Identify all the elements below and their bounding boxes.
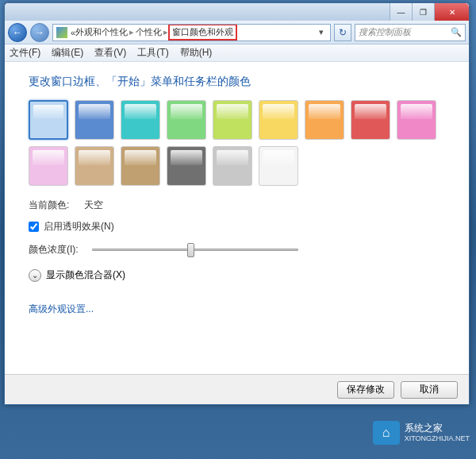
slider-track [92, 249, 298, 251]
control-panel-icon [56, 27, 67, 38]
menu-edit[interactable]: 编辑(E) [52, 46, 83, 60]
content-area: 更改窗口边框、「开始」菜单和任务栏的颜色 当前颜色: 天空 启用透明效果(N) … [5, 62, 469, 374]
transparency-label: 启用透明效果(N) [44, 220, 114, 233]
intensity-row: 颜色浓度(I): [29, 241, 445, 257]
menu-bar: 文件(F) 编辑(E) 查看(V) 工具(T) 帮助(H) [5, 44, 469, 62]
color-swatch-12[interactable] [167, 146, 206, 186]
page-title: 更改窗口边框、「开始」菜单和任务栏的颜色 [29, 75, 445, 89]
search-input[interactable]: 搜索控制面板 🔍 [355, 24, 466, 41]
control-panel-window: — ❐ ✕ ← → « 外观和个性化 ▸ 个性化 ▸ 窗口颜色和外观 ▾ ↻ 搜… [4, 2, 470, 405]
maximize-button[interactable]: ❐ [412, 3, 434, 21]
menu-file[interactable]: 文件(F) [10, 46, 40, 60]
current-color-row: 当前颜色: 天空 [29, 199, 445, 212]
breadcrumb-item-2[interactable]: 个性化 [136, 26, 162, 38]
color-swatch-9[interactable] [29, 146, 68, 186]
watermark-url: XITONGZHIJIA.NET [405, 434, 470, 443]
chevron-down-icon[interactable]: ▾ [316, 27, 327, 37]
menu-help[interactable]: 帮助(H) [180, 46, 213, 60]
transparency-row: 启用透明效果(N) [29, 220, 445, 233]
color-swatch-1[interactable] [75, 100, 114, 140]
color-swatch-10[interactable] [75, 146, 114, 186]
menu-tools[interactable]: 工具(T) [137, 46, 168, 60]
color-swatch-14[interactable] [259, 146, 298, 186]
breadcrumb[interactable]: « 外观和个性化 ▸ 个性化 ▸ 窗口颜色和外观 ▾ [52, 24, 331, 41]
slider-thumb[interactable] [187, 243, 194, 257]
color-swatch-8[interactable] [397, 100, 436, 140]
refresh-button[interactable]: ↻ [334, 24, 351, 41]
intensity-label: 颜色浓度(I): [29, 243, 84, 256]
color-swatch-4[interactable] [213, 100, 252, 140]
intensity-slider[interactable] [92, 241, 298, 257]
close-button[interactable]: ✕ [434, 3, 469, 21]
breadcrumb-item-1[interactable]: 外观和个性化 [75, 26, 128, 38]
watermark: ⌂ 系统之家 XITONGZHIJIA.NET [373, 421, 470, 445]
search-placeholder: 搜索控制面板 [359, 26, 411, 38]
color-swatch-3[interactable] [167, 100, 206, 140]
color-swatch-5[interactable] [259, 100, 298, 140]
watermark-text: 系统之家 XITONGZHIJIA.NET [405, 422, 470, 442]
nav-forward-button[interactable]: → [30, 23, 49, 42]
current-color-value: 天空 [84, 199, 103, 212]
transparency-checkbox[interactable] [29, 222, 39, 232]
save-button[interactable]: 保存修改 [337, 381, 394, 399]
breadcrumb-item-3[interactable]: 窗口颜色和外观 [168, 24, 237, 40]
color-mixer-label: 显示颜色混合器(X) [46, 268, 125, 282]
house-icon: ⌂ [373, 421, 400, 445]
watermark-title: 系统之家 [405, 422, 470, 434]
minimize-button[interactable]: — [390, 3, 412, 21]
cancel-button[interactable]: 取消 [401, 381, 458, 399]
footer: 保存修改 取消 [5, 374, 469, 404]
nav-back-button[interactable]: ← [8, 23, 27, 42]
menu-view[interactable]: 查看(V) [94, 46, 126, 60]
chevron-down-icon: ⌄ [29, 269, 41, 282]
color-swatch-grid [29, 100, 445, 186]
current-color-label: 当前颜色: [29, 199, 84, 212]
color-swatch-2[interactable] [121, 100, 160, 140]
color-swatch-6[interactable] [305, 100, 344, 140]
search-icon[interactable]: 🔍 [451, 27, 462, 37]
chevron-right-icon: ▸ [129, 27, 134, 37]
color-swatch-7[interactable] [351, 100, 390, 140]
color-swatch-0[interactable] [29, 100, 68, 140]
color-mixer-expander[interactable]: ⌄ 显示颜色混合器(X) [29, 268, 445, 282]
address-bar-row: ← → « 外观和个性化 ▸ 个性化 ▸ 窗口颜色和外观 ▾ ↻ 搜索控制面板 … [5, 21, 469, 44]
titlebar: — ❐ ✕ [5, 3, 469, 21]
color-swatch-11[interactable] [121, 146, 160, 186]
advanced-appearance-link[interactable]: 高级外观设置... [29, 303, 94, 316]
color-swatch-13[interactable] [213, 146, 252, 186]
